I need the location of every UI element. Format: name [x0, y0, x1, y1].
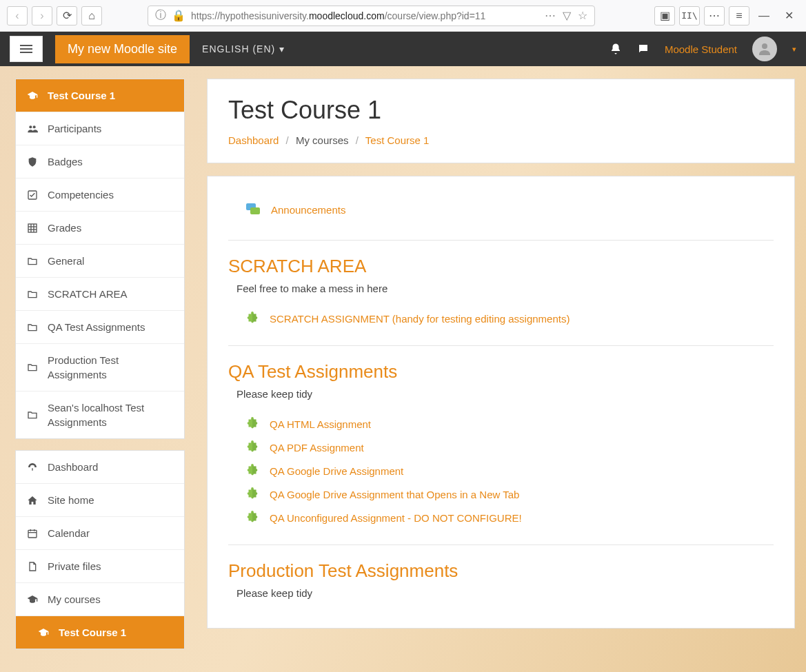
activity-row[interactable]: QA Unconfigured Assignment - DO NOT CONF… [228, 506, 774, 529]
breadcrumb-mycourses: My courses [296, 134, 349, 146]
activity-row[interactable]: QA HTML Assignment [228, 412, 774, 436]
breadcrumb-current[interactable]: Test Course 1 [365, 134, 430, 146]
sidebar-item-dashboard[interactable]: Dashboard [16, 451, 184, 484]
activity-row[interactable]: QA Google Drive Assignment [228, 459, 774, 482]
sidebar-item-sean-s-localhost-test-assignments[interactable]: Sean's localhost Test Assignments [16, 391, 184, 438]
svg-point-2 [33, 125, 36, 128]
chat-icon[interactable] [637, 43, 649, 55]
home-button[interactable]: ⌂ [81, 6, 102, 26]
activity-link[interactable]: QA PDF Assignment [270, 442, 364, 454]
puzzle-icon [245, 510, 260, 525]
activity-link[interactable]: QA Google Drive Assignment that Opens in… [270, 489, 519, 500]
activity-link[interactable]: QA Unconfigured Assignment - DO NOT CONF… [270, 512, 522, 524]
sidebar-item-qa-test-assignments[interactable]: QA Test Assignments [16, 311, 184, 344]
pocket-icon[interactable]: ▽ [563, 9, 571, 22]
menu-button[interactable]: ≡ [729, 6, 749, 26]
sidebar-item-label: Site home [48, 493, 173, 507]
puzzle-icon [245, 416, 260, 431]
section-divider [228, 544, 774, 545]
sidebar-item-label: Test Course 1 [59, 625, 173, 640]
sidebar-item-private-files[interactable]: Private files [16, 550, 184, 583]
activity-link[interactable]: Announcements [271, 204, 345, 216]
grid-icon [27, 223, 39, 234]
sidebar-item-test-course-1[interactable]: Test Course 1 [16, 616, 184, 649]
section-divider [228, 345, 774, 346]
star-icon[interactable]: ☆ [578, 9, 587, 22]
minimize-button[interactable]: — [754, 6, 774, 26]
sidebar-item-production-test-assignments[interactable]: Production Test Assignments [16, 344, 184, 391]
language-dropdown[interactable]: ENGLISH (EN) ▾ [202, 43, 285, 54]
sidebar-item-label: Test Course 1 [48, 88, 173, 103]
section-heading[interactable]: QA Test Assignments [228, 361, 774, 383]
home-icon [27, 495, 39, 506]
file-icon [27, 561, 39, 572]
main-content: Test Course 1 Dashboard / My courses / T… [207, 79, 795, 629]
close-button[interactable]: ✕ [778, 6, 799, 26]
sidebar-item-label: Badges [48, 154, 173, 169]
page-body: Test Course 1ParticipantsBadgesCompetenc… [0, 66, 806, 672]
sidebar-item-label: SCRATCH AREA [48, 287, 173, 301]
sidebar-item-label: Participants [48, 121, 173, 136]
svg-point-0 [762, 43, 767, 49]
header-card: Test Course 1 Dashboard / My courses / T… [207, 79, 795, 163]
user-menu-caret[interactable]: ▾ [792, 45, 796, 54]
activity-row[interactable]: QA Google Drive Assignment that Opens in… [228, 482, 774, 506]
reader-button[interactable]: ▣ [654, 6, 675, 26]
activity-link[interactable]: SCRATCH ASSIGNMENT (handy for testing ed… [270, 313, 570, 325]
folder-icon [27, 409, 39, 420]
sidebar-item-site-home[interactable]: Site home [16, 484, 184, 517]
url-bar[interactable]: ⓘ 🔒 https://hypothesisuniversity.moodlec… [148, 6, 595, 26]
puzzle-icon [245, 487, 260, 502]
more-icon[interactable]: ⋯ [545, 9, 556, 22]
sidebar-item-my-courses[interactable]: My courses [16, 583, 184, 616]
lock-icon: 🔒 [172, 9, 185, 22]
breadcrumb-dashboard[interactable]: Dashboard [228, 134, 279, 146]
back-button[interactable]: ‹ [7, 6, 28, 26]
sidebar-item-calendar[interactable]: Calendar [16, 517, 184, 550]
svg-rect-9 [28, 530, 37, 538]
reload-button[interactable]: ⟳ [57, 6, 77, 26]
sidebar-item-general[interactable]: General [16, 245, 184, 278]
library-button[interactable]: II\ [679, 6, 700, 26]
sidebar: Test Course 1ParticipantsBadgesCompetenc… [15, 79, 185, 660]
site-title[interactable]: My new Moodle site [55, 35, 190, 63]
forward-button[interactable]: › [32, 6, 52, 26]
shield-icon [27, 156, 39, 167]
activity-row[interactable]: QA PDF Assignment [228, 436, 774, 459]
svg-rect-14 [250, 207, 260, 214]
course-nav-block: Test Course 1ParticipantsBadgesCompetenc… [15, 79, 185, 439]
graduation-icon [38, 627, 50, 638]
browser-toolbar: ‹ › ⟳ ⌂ ⓘ 🔒 https://hypothesisuniversity… [0, 0, 806, 32]
section-heading[interactable]: SCRATCH AREA [228, 256, 774, 277]
sidebar-item-participants[interactable]: Participants [16, 112, 184, 145]
activity-link[interactable]: QA HTML Assignment [270, 418, 371, 430]
sidebar-item-grades[interactable]: Grades [16, 212, 184, 245]
sidebar-item-competencies[interactable]: Competencies [16, 179, 184, 212]
avatar[interactable] [752, 37, 777, 61]
forum-icon [245, 201, 261, 218]
sidebar-item-label: Calendar [48, 526, 173, 540]
breadcrumb: Dashboard / My courses / Test Course 1 [228, 134, 774, 146]
sidebar-item-test-course-1[interactable]: Test Course 1 [16, 79, 184, 112]
activity-row[interactable]: SCRATCH ASSIGNMENT (handy for testing ed… [228, 307, 774, 330]
overflow-button[interactable]: ⋯ [704, 6, 725, 26]
sidebar-item-scratch-area[interactable]: SCRATCH AREA [16, 278, 184, 311]
activity-link[interactable]: QA Google Drive Assignment [270, 465, 403, 477]
section-heading[interactable]: Production Test Assignments [228, 560, 774, 582]
activity-announcements[interactable]: Announcements [228, 197, 774, 225]
puzzle-icon [245, 463, 260, 478]
calendar-icon [27, 528, 39, 539]
sidebar-item-label: Sean's localhost Test Assignments [48, 400, 173, 429]
sidebar-item-badges[interactable]: Badges [16, 145, 184, 179]
check-icon [27, 190, 39, 201]
bell-icon[interactable] [609, 43, 622, 55]
nav-toggle-button[interactable] [10, 36, 43, 62]
sidebar-item-label: General [48, 254, 173, 268]
user-name[interactable]: Moodle Student [665, 43, 737, 55]
section-description: Please keep tidy [236, 587, 774, 599]
dashboard-icon [27, 462, 39, 473]
site-nav-block: DashboardSite homeCalendarPrivate filesM… [15, 450, 185, 649]
sidebar-item-label: Private files [48, 559, 173, 573]
section-description: Feel free to make a mess in here [236, 283, 774, 294]
section-description: Please keep tidy [236, 388, 774, 400]
